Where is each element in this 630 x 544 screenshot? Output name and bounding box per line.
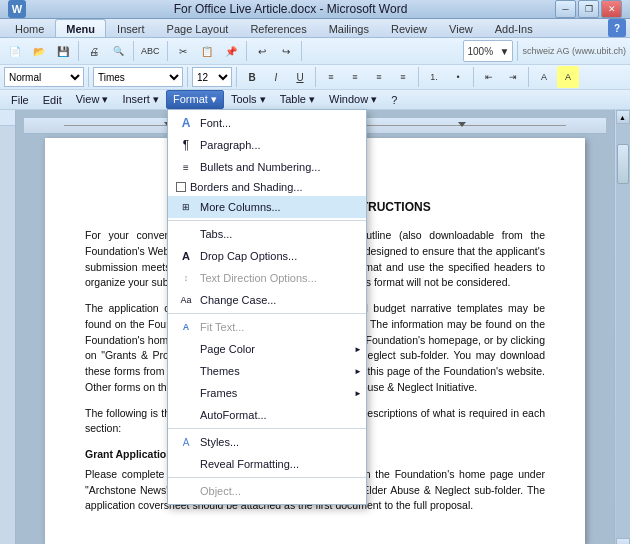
menu-tools[interactable]: Tools ▾ [224, 90, 273, 109]
menu-pagecolor[interactable]: Page Color ► [168, 338, 366, 360]
menu-file[interactable]: File [4, 91, 36, 109]
menu-window[interactable]: Window ▾ [322, 90, 384, 109]
fsep5 [418, 67, 419, 87]
styles-icon: A [176, 434, 196, 450]
paste-button[interactable]: 📌 [220, 40, 242, 62]
print-button[interactable]: 🖨 [83, 40, 105, 62]
help-button[interactable]: ? [608, 19, 626, 37]
tab-home[interactable]: Home [4, 19, 55, 37]
copy-button[interactable]: 📋 [196, 40, 218, 62]
undo-button[interactable]: ↩ [251, 40, 273, 62]
website-label: schweiz AG (www.ubit.ch) [522, 46, 626, 56]
frames-icon [176, 385, 196, 401]
left-ruler [0, 110, 16, 544]
bold-button[interactable]: B [241, 66, 263, 88]
menu-columns[interactable]: ⊞ More Columns... [168, 196, 366, 218]
menu-autoformat[interactable]: AutoFormat... [168, 404, 366, 426]
spell-button[interactable]: ABC [138, 40, 163, 62]
cut-button[interactable]: ✂ [172, 40, 194, 62]
sep-before-styles [168, 428, 366, 429]
align-left-button[interactable]: ≡ [320, 66, 342, 88]
sep3 [167, 41, 168, 61]
tab-view[interactable]: View [438, 19, 484, 37]
format-dropdown: A Font... ¶ Paragraph... ≡ Bullets and N… [167, 109, 367, 505]
menu-dropcap[interactable]: A Drop Cap Options... [168, 245, 366, 267]
menu-bar: File Edit View ▾ Insert ▾ Format ▾ A Fon… [0, 90, 630, 110]
tab-menu[interactable]: Menu [55, 19, 106, 37]
paragraph-icon: ¶ [176, 137, 196, 153]
menu-edit[interactable]: Edit [36, 91, 69, 109]
title-bar: W For Office Live Article.docx - Microso… [0, 0, 630, 19]
toolbar-formatting: Normal Times 12 B I U ≡ ≡ ≡ ≡ 1. • ⇤ ⇥ A… [0, 65, 630, 90]
menu-themes[interactable]: Themes ► [168, 360, 366, 382]
sep5 [301, 41, 302, 61]
tab-page-layout[interactable]: Page Layout [156, 19, 240, 37]
zoom-select[interactable]: 100%▼ [463, 40, 513, 62]
tab-addins[interactable]: Add-Ins [484, 19, 544, 37]
open-button[interactable]: 📂 [28, 40, 50, 62]
window-title: For Office Live Article.docx - Microsoft… [26, 2, 555, 16]
font-select[interactable]: Times [93, 67, 183, 87]
menu-revealformatting[interactable]: Reveal Formatting... [168, 453, 366, 475]
sep1 [78, 41, 79, 61]
arrow-icon: ► [354, 345, 362, 354]
minimize-button[interactable]: ─ [555, 0, 576, 18]
redo-button[interactable]: ↪ [275, 40, 297, 62]
indent-less-button[interactable]: ⇤ [478, 66, 500, 88]
borders-icon [176, 182, 186, 192]
tab-references[interactable]: References [239, 19, 317, 37]
italic-button[interactable]: I [265, 66, 287, 88]
menu-bullets-numbering[interactable]: ≡ Bullets and Numbering... [168, 156, 366, 178]
menu-tabs[interactable]: Tabs... [168, 223, 366, 245]
menu-format[interactable]: Format ▾ A Font... ¶ Paragraph... ≡ Bull… [166, 90, 224, 109]
close-button[interactable]: ✕ [601, 0, 622, 18]
frames-arrow-icon: ► [354, 389, 362, 398]
scroll-track[interactable] [616, 124, 630, 538]
menu-changecase[interactable]: Aa Change Case... [168, 289, 366, 311]
scroll-up-button[interactable]: ▲ [616, 110, 630, 124]
tab-insert[interactable]: Insert [106, 19, 156, 37]
fontcolor-button[interactable]: A [533, 66, 555, 88]
toolbar-standard: 📄 📂 💾 🖨 🔍 ABC ✂ 📋 📌 ↩ ↪ 100%▼ schweiz AG… [0, 38, 630, 65]
align-center-button[interactable]: ≡ [344, 66, 366, 88]
bullets-button[interactable]: • [447, 66, 469, 88]
menu-object[interactable]: Object... [168, 480, 366, 502]
new-button[interactable]: 📄 [4, 40, 26, 62]
menu-fittext[interactable]: A Fit Text... [168, 316, 366, 338]
right-scrollbar: ▲ ▼ [614, 110, 630, 544]
autoformat-icon [176, 407, 196, 423]
font-icon: A [176, 115, 196, 131]
menu-borders-shading[interactable]: Borders and Shading... [168, 178, 366, 196]
fsep7 [528, 67, 529, 87]
save-button[interactable]: 💾 [52, 40, 74, 62]
menu-paragraph[interactable]: ¶ Paragraph... [168, 134, 366, 156]
numbering-button[interactable]: 1. [423, 66, 445, 88]
style-select[interactable]: Normal [4, 67, 84, 87]
restore-button[interactable]: ❐ [578, 0, 599, 18]
print-preview-button[interactable]: 🔍 [107, 40, 129, 62]
menu-help[interactable]: ? [384, 91, 404, 109]
tab-mailings[interactable]: Mailings [318, 19, 380, 37]
fsep2 [187, 67, 188, 87]
window-controls: ─ ❐ ✕ [555, 0, 622, 18]
font-size-select[interactable]: 12 [192, 67, 232, 87]
menu-font[interactable]: A Font... [168, 112, 366, 134]
scroll-down-button[interactable]: ▼ [616, 538, 630, 544]
themes-arrow-icon: ► [354, 367, 362, 376]
menu-view[interactable]: View ▾ [69, 90, 116, 109]
highlight-button[interactable]: A [557, 66, 579, 88]
menu-table[interactable]: Table ▾ [273, 90, 322, 109]
scroll-thumb[interactable] [617, 144, 629, 184]
columns-icon: ⊞ [176, 199, 196, 215]
menu-frames[interactable]: Frames ► [168, 382, 366, 404]
underline-button[interactable]: U [289, 66, 311, 88]
bullets-icon: ≡ [176, 159, 196, 175]
align-right-button[interactable]: ≡ [368, 66, 390, 88]
menu-styles[interactable]: A Styles... [168, 431, 366, 453]
indent-more-button[interactable]: ⇥ [502, 66, 524, 88]
menu-textdirection[interactable]: ↕ Text Direction Options... [168, 267, 366, 289]
menu-insert[interactable]: Insert ▾ [115, 90, 166, 109]
tab-review[interactable]: Review [380, 19, 438, 37]
justify-button[interactable]: ≡ [392, 66, 414, 88]
dropcap-icon: A [176, 248, 196, 264]
